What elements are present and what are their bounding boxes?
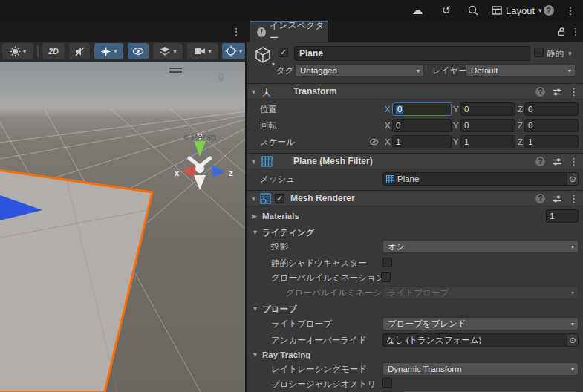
layers-button[interactable]: ▾ bbox=[153, 43, 183, 59]
picker-glyph: ⊙ bbox=[569, 174, 576, 184]
gameobject-icon-caret[interactable]: ▾ bbox=[272, 61, 275, 68]
effects-button[interactable]: ▾ bbox=[94, 43, 123, 59]
ray-tracing-mode-dropdown[interactable]: Dynamic Transform ▾ bbox=[382, 362, 579, 376]
rotation-y-axis-label[interactable]: Y bbox=[453, 119, 459, 132]
help-icon[interactable]: ? bbox=[543, 0, 555, 21]
search-icon[interactable] bbox=[466, 0, 481, 21]
scale-x-field[interactable]: 1 bbox=[392, 135, 452, 148]
rotation-y-field[interactable]: 0 bbox=[460, 119, 515, 132]
perspective-label[interactable]: < Persp bbox=[183, 131, 216, 143]
gizmos-button[interactable]: ▾ bbox=[222, 43, 245, 59]
anchor-override-picker-icon[interactable]: ⊙ bbox=[567, 333, 579, 347]
camera-button[interactable]: ▾ bbox=[187, 43, 218, 59]
foldout-icon[interactable]: ▼ bbox=[250, 192, 257, 206]
tag-dropdown[interactable]: Untagged ▾ bbox=[295, 64, 424, 77]
inspector-lock-icon[interactable] bbox=[557, 27, 566, 36]
draw-mode-button[interactable]: ▾ bbox=[2, 43, 33, 59]
foldout-icon[interactable]: ▼ bbox=[250, 155, 257, 169]
layers-icon bbox=[159, 46, 171, 56]
scene-visibility-button[interactable] bbox=[128, 43, 149, 59]
foldout-icon[interactable]: ▼ bbox=[250, 85, 257, 99]
materials-count-field[interactable]: 1 bbox=[546, 209, 579, 223]
gizmo-y-axis-cone[interactable] bbox=[194, 141, 206, 157]
cloud-icon[interactable]: ☁ bbox=[409, 0, 426, 21]
constrain-proportions-icon[interactable]: ⊘ bbox=[369, 135, 380, 148]
inspector-menu-icon[interactable]: ⋮ bbox=[570, 21, 581, 42]
lighting-foldout-icon[interactable]: ▼ bbox=[252, 226, 258, 239]
chevron-down-icon: ▾ bbox=[173, 48, 177, 55]
position-z-field[interactable]: 0 bbox=[524, 102, 579, 116]
2d-toggle-button[interactable]: 2D bbox=[42, 43, 65, 59]
component-menu-icon[interactable]: ⋮ bbox=[569, 193, 579, 204]
scale-z-field[interactable]: 1 bbox=[524, 135, 579, 148]
position-y-value: 0 bbox=[464, 105, 469, 114]
scale-x-axis-label[interactable]: X bbox=[385, 135, 391, 148]
procedural-geometry-checkbox[interactable] bbox=[382, 378, 392, 388]
scene-viewport[interactable]: y x z < Persp bbox=[0, 62, 245, 392]
rotation-z-field[interactable]: 0 bbox=[524, 119, 579, 132]
ray-tracing-foldout-icon[interactable]: ▼ bbox=[252, 348, 258, 362]
scene-camera-menu-icon[interactable] bbox=[169, 68, 182, 75]
transform-header[interactable]: ▼ Transform ? ⋮ bbox=[247, 83, 583, 99]
layout-button[interactable]: Layout ▾ bbox=[487, 2, 547, 19]
cast-shadows-dropdown[interactable]: オン ▾ bbox=[382, 240, 579, 253]
gizmo-x-axis-cone[interactable] bbox=[182, 165, 195, 177]
static-flags-caret[interactable]: ▾ bbox=[568, 50, 572, 57]
position-x-field[interactable]: 0 bbox=[392, 102, 452, 116]
mesh-value: Plane bbox=[397, 174, 419, 183]
help-icon[interactable]: ? bbox=[535, 87, 545, 97]
mesh-object-field[interactable]: Plane bbox=[382, 172, 567, 186]
anchor-override-field[interactable]: なし (トランスフォーム) bbox=[382, 333, 567, 347]
presets-icon[interactable] bbox=[552, 157, 562, 166]
presets-icon[interactable] bbox=[552, 195, 562, 203]
rotation-x-field[interactable]: 0 bbox=[392, 119, 452, 132]
rotation-x-axis-label[interactable]: X bbox=[385, 119, 391, 132]
contribute-gi-checkbox[interactable] bbox=[381, 272, 391, 282]
static-checkbox[interactable] bbox=[534, 48, 544, 57]
selected-plane-object[interactable] bbox=[0, 169, 152, 392]
static-shadow-caster-checkbox[interactable] bbox=[382, 258, 392, 267]
probes-foldout-icon[interactable]: ▼ bbox=[252, 302, 258, 316]
gizmo-center[interactable] bbox=[195, 164, 204, 173]
lock-icon[interactable] bbox=[217, 73, 226, 82]
gameobject-cube-icon[interactable] bbox=[253, 45, 273, 65]
scale-y-field[interactable]: 1 bbox=[460, 135, 515, 148]
gameobject-active-checkbox[interactable]: ✓ bbox=[279, 48, 288, 57]
scale-y-axis-label[interactable]: Y bbox=[453, 135, 459, 148]
rotation-z-axis-label[interactable]: Z bbox=[518, 119, 523, 132]
position-z-axis-label[interactable]: Z bbox=[518, 102, 523, 116]
chevron-down-icon: ▾ bbox=[571, 290, 574, 296]
gizmo-front-cone[interactable] bbox=[194, 175, 206, 190]
component-menu-icon[interactable]: ⋮ bbox=[569, 86, 579, 97]
help-icon[interactable]: ? bbox=[535, 194, 545, 203]
chevron-down-icon: ▾ bbox=[239, 48, 243, 55]
materials-foldout-icon[interactable]: ▶ bbox=[252, 209, 257, 223]
light-probes-dropdown[interactable]: プローブをブレンド ▾ bbox=[382, 317, 579, 330]
gizmo-z-axis-cone[interactable] bbox=[212, 165, 225, 177]
shaded-mode-icon bbox=[10, 46, 21, 57]
history-icon[interactable]: ↺ bbox=[439, 0, 454, 21]
gameobject-name-field[interactable]: Plane bbox=[294, 46, 530, 61]
tab-inspector[interactable]: i インスペクター bbox=[250, 21, 328, 42]
help-icon[interactable]: ? bbox=[535, 157, 545, 166]
scene-tab-menu-icon[interactable]: ⋮ bbox=[231, 21, 241, 42]
static-shadow-caster-label: 静的シャドウキャスター bbox=[271, 256, 367, 270]
mesh-renderer-enabled-checkbox[interactable]: ✓ bbox=[275, 194, 284, 203]
chevron-down-icon: ▾ bbox=[208, 48, 212, 55]
receive-gi-label: グローバルイルミネーションを受 bbox=[286, 286, 382, 299]
audio-toggle-button[interactable] bbox=[69, 43, 90, 59]
position-y-axis-label[interactable]: Y bbox=[453, 102, 459, 116]
mesh-label: メッシュ bbox=[260, 172, 295, 186]
position-y-field[interactable]: 0 bbox=[460, 102, 515, 116]
presets-icon[interactable] bbox=[552, 88, 562, 97]
mesh-renderer-header[interactable]: ▼ ✓ Mesh Renderer ? ⋮ bbox=[247, 190, 583, 206]
scale-z-axis-label[interactable]: Z bbox=[518, 135, 523, 148]
mesh-object-picker-icon[interactable]: ⊙ bbox=[567, 172, 579, 186]
overflow-menu-icon[interactable]: ⋮ bbox=[565, 0, 576, 21]
layer-dropdown[interactable]: Default ▾ bbox=[466, 64, 576, 77]
lighting-section-title: ライティング bbox=[262, 226, 315, 239]
component-menu-icon[interactable]: ⋮ bbox=[569, 156, 579, 167]
mesh-filter-header[interactable]: ▼ Plane (Mesh Filter) ? ⋮ bbox=[247, 153, 583, 169]
position-x-axis-label[interactable]: X bbox=[385, 102, 391, 116]
scale-y-value: 1 bbox=[464, 137, 469, 146]
